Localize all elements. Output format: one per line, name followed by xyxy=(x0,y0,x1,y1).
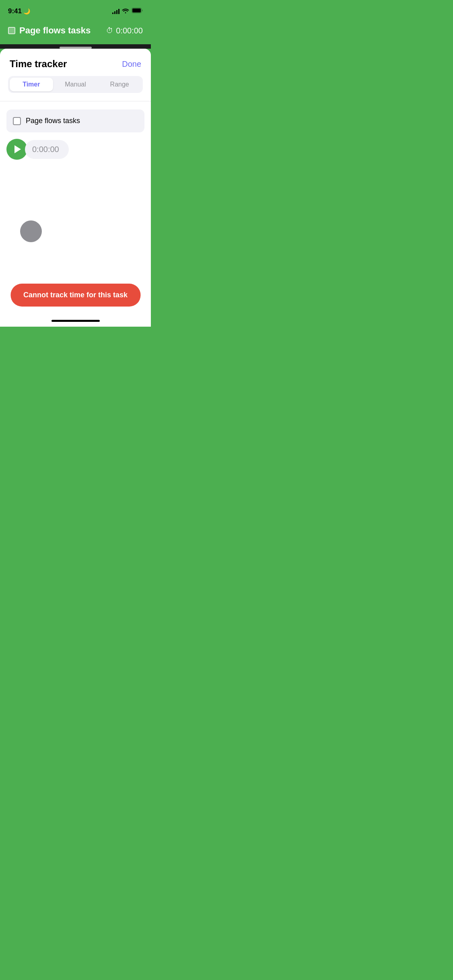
floating-circle xyxy=(20,220,42,242)
error-toast: Cannot track time for this task xyxy=(10,284,140,307)
modal-title: Time tracker xyxy=(10,58,67,70)
battery-icon xyxy=(132,8,143,15)
tab-timer[interactable]: Timer xyxy=(10,78,53,91)
tab-manual[interactable]: Manual xyxy=(54,78,97,91)
svg-rect-1 xyxy=(132,8,141,12)
tab-switcher: Timer Manual Range xyxy=(8,76,143,93)
status-icons xyxy=(112,8,143,15)
timer-display: 0:00:00 xyxy=(25,140,69,159)
moon-icon: 🌙 xyxy=(23,8,30,14)
time-display: 9:41 xyxy=(8,7,22,15)
timer-icon: ⏱ xyxy=(106,27,113,35)
status-time: 9:41 🌙 xyxy=(8,7,30,15)
header-timer-value: 0:00:00 xyxy=(116,26,143,35)
modal-header: Time tracker Done xyxy=(0,49,151,76)
play-icon xyxy=(14,145,21,153)
dark-strip xyxy=(0,44,151,49)
modal-sheet: Time tracker Done Timer Manual Range Pag… xyxy=(0,49,151,327)
tab-range[interactable]: Range xyxy=(98,78,141,91)
play-button[interactable] xyxy=(6,139,27,160)
task-card: Page flows tasks xyxy=(6,109,144,132)
header-title: Page flows tasks xyxy=(19,25,91,36)
header-left: Page flows tasks xyxy=(8,25,91,36)
done-button[interactable]: Done xyxy=(122,60,141,69)
task-icon xyxy=(8,27,15,34)
wifi-icon xyxy=(122,8,129,15)
home-indicator xyxy=(51,320,100,322)
status-bar: 9:41 🌙 xyxy=(0,0,151,20)
signal-icon xyxy=(112,8,119,14)
divider xyxy=(0,101,151,101)
task-checkbox[interactable] xyxy=(13,117,21,125)
header-right: ⏱ 0:00:00 xyxy=(106,26,143,35)
header-bar: Page flows tasks ⏱ 0:00:00 xyxy=(0,20,151,44)
error-toast-text: Cannot track time for this task xyxy=(23,291,128,299)
timer-row: 0:00:00 xyxy=(6,139,144,160)
app-wrapper: 9:41 🌙 xyxy=(0,0,151,327)
task-name: Page flows tasks xyxy=(26,117,80,125)
